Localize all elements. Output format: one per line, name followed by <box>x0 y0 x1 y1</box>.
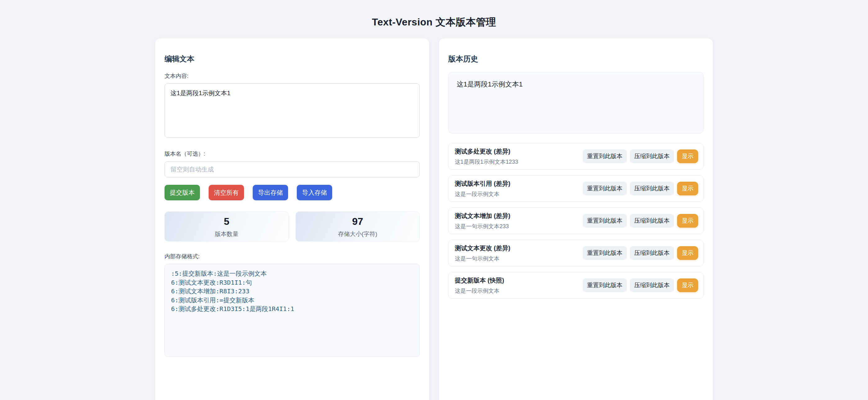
version-name-input[interactable] <box>164 161 420 177</box>
version-title: 测试多处更改 (差异) <box>455 147 518 156</box>
version-preview-text: 这是一段示例文本 <box>455 287 504 295</box>
storage-line: 6:测试文本增加:R8I3:233 <box>171 287 413 296</box>
stat-version-count: 5 版本数量 <box>164 211 289 241</box>
reset-to-version-button[interactable]: 重置到此版本 <box>583 149 627 163</box>
version-list: 测试多处更改 (差异) 这1是两段1示例文本1233 重置到此版本 压缩到此版本… <box>448 143 704 299</box>
version-preview-text: 这是一句示例文本233 <box>455 223 510 230</box>
storage-line: :5:提交新版本:这是一段示例文本 <box>171 269 413 278</box>
version-meta: 测试多处更改 (差异) 这1是两段1示例文本1233 <box>455 147 518 166</box>
show-version-button[interactable]: 显示 <box>677 149 698 163</box>
submit-version-button[interactable]: 提交版本 <box>164 185 200 200</box>
reset-to-version-button[interactable]: 重置到此版本 <box>583 214 627 228</box>
compress-to-version-button[interactable]: 压缩到此版本 <box>630 182 674 195</box>
history-heading: 版本历史 <box>448 54 704 64</box>
version-name-label: 版本名（可选）: <box>164 150 420 158</box>
history-card: 版本历史 这1是两段1示例文本1 测试多处更改 (差异) 这1是两段1示例文本1… <box>439 38 713 400</box>
editor-heading: 编辑文本 <box>164 54 420 64</box>
editor-button-row: 提交版本 清空所有 导出存储 导入存储 <box>164 185 420 200</box>
stat-version-count-label: 版本数量 <box>165 230 288 238</box>
current-version-preview: 这1是两段1示例文本1 <box>448 72 704 133</box>
version-actions: 重置到此版本 压缩到此版本 显示 <box>583 214 698 228</box>
stats-row: 5 版本数量 97 存储大小(字符) <box>164 211 420 241</box>
show-version-button[interactable]: 显示 <box>677 278 698 292</box>
storage-format-box: :5:提交新版本:这是一段示例文本6:测试文本更改:R3D1I1:句6:测试文本… <box>164 264 420 357</box>
version-item: 测试多处更改 (差异) 这1是两段1示例文本1233 重置到此版本 压缩到此版本… <box>448 143 704 170</box>
storage-line: 6:测试文本更改:R3D1I1:句 <box>171 278 413 287</box>
compress-to-version-button[interactable]: 压缩到此版本 <box>630 278 674 292</box>
export-storage-button[interactable]: 导出存储 <box>253 185 288 200</box>
show-version-button[interactable]: 显示 <box>677 214 698 228</box>
version-title: 测试版本引用 (差异) <box>455 179 510 188</box>
version-preview-text: 这1是两段1示例文本1233 <box>455 158 518 166</box>
show-version-button[interactable]: 显示 <box>677 246 698 260</box>
version-title: 测试文本增加 (差异) <box>455 212 510 220</box>
reset-to-version-button[interactable]: 重置到此版本 <box>583 278 627 292</box>
version-title: 测试文本更改 (差异) <box>455 244 510 253</box>
import-storage-button[interactable]: 导入存储 <box>297 185 332 200</box>
version-actions: 重置到此版本 压缩到此版本 显示 <box>583 246 698 260</box>
storage-line: 6:测试版本引用:=提交新版本 <box>171 296 413 305</box>
version-item: 提交新版本 (快照) 这是一段示例文本 重置到此版本 压缩到此版本 显示 <box>448 272 704 299</box>
main-columns: 编辑文本 文本内容: 这1是两段1示例文本1 版本名（可选）: 提交版本 清空所… <box>155 38 713 400</box>
page-title: Text-Version 文本版本管理 <box>0 0 868 29</box>
storage-format-label: 内部存储格式: <box>164 253 420 260</box>
clear-all-button[interactable]: 清空所有 <box>209 185 244 200</box>
reset-to-version-button[interactable]: 重置到此版本 <box>583 246 627 260</box>
version-meta: 测试文本增加 (差异) 这是一句示例文本233 <box>455 212 510 230</box>
version-actions: 重置到此版本 压缩到此版本 显示 <box>583 182 698 195</box>
content-label: 文本内容: <box>164 72 420 80</box>
show-version-button[interactable]: 显示 <box>677 182 698 195</box>
compress-to-version-button[interactable]: 压缩到此版本 <box>630 246 674 260</box>
storage-line: 6:测试多处更改:R1D3I5:1是两段1R4I1:1 <box>171 304 413 313</box>
version-actions: 重置到此版本 压缩到此版本 显示 <box>583 149 698 163</box>
stat-storage-size: 97 存储大小(字符) <box>296 211 420 241</box>
compress-to-version-button[interactable]: 压缩到此版本 <box>630 214 674 228</box>
version-meta: 测试版本引用 (差异) 这是一段示例文本 <box>455 179 510 198</box>
version-item: 测试版本引用 (差异) 这是一段示例文本 重置到此版本 压缩到此版本 显示 <box>448 175 704 202</box>
version-preview-text: 这是一句示例文本 <box>455 255 510 262</box>
version-title: 提交新版本 (快照) <box>455 276 504 285</box>
reset-to-version-button[interactable]: 重置到此版本 <box>583 182 627 195</box>
stat-storage-size-value: 97 <box>296 216 420 227</box>
version-preview-text: 这是一段示例文本 <box>455 190 510 198</box>
version-actions: 重置到此版本 压缩到此版本 显示 <box>583 278 698 292</box>
version-meta: 测试文本更改 (差异) 这是一句示例文本 <box>455 244 510 262</box>
stat-version-count-value: 5 <box>165 216 288 227</box>
version-item: 测试文本更改 (差异) 这是一句示例文本 重置到此版本 压缩到此版本 显示 <box>448 240 704 266</box>
version-item: 测试文本增加 (差异) 这是一句示例文本233 重置到此版本 压缩到此版本 显示 <box>448 207 704 234</box>
stat-storage-size-label: 存储大小(字符) <box>296 230 420 238</box>
version-meta: 提交新版本 (快照) 这是一段示例文本 <box>455 276 504 295</box>
compress-to-version-button[interactable]: 压缩到此版本 <box>630 149 674 163</box>
editor-card: 编辑文本 文本内容: 这1是两段1示例文本1 版本名（可选）: 提交版本 清空所… <box>155 38 429 400</box>
content-textarea[interactable]: 这1是两段1示例文本1 <box>164 84 420 138</box>
